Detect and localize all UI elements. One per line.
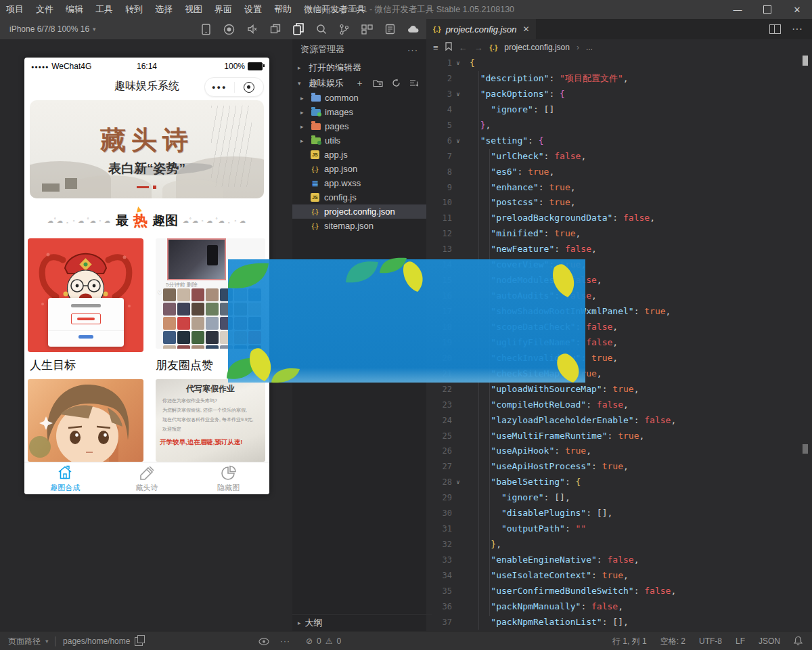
open-editors-section[interactable]: ▸ 打开的编辑器 xyxy=(292,60,426,75)
code-line-5[interactable]: 5 }, xyxy=(426,118,812,133)
menu-item-2[interactable]: 编辑 xyxy=(60,4,89,14)
code-line-30[interactable]: 30 "disablePlugins": [], xyxy=(426,506,812,521)
code-line-9[interactable]: 9 "enhance": true, xyxy=(426,180,812,196)
code-line-33[interactable]: 33 "enableEngineNative": false, xyxy=(426,552,812,568)
dialog-link[interactable] xyxy=(78,335,93,339)
fold-chevron-icon[interactable]: ∨ xyxy=(452,87,464,102)
card-anime[interactable] xyxy=(28,379,143,462)
file-panel-icon[interactable] xyxy=(384,24,396,35)
new-folder-icon[interactable] xyxy=(373,77,383,89)
menu-item-6[interactable]: 视图 xyxy=(179,4,208,14)
code-line-6[interactable]: 6∨ "setting": { xyxy=(426,133,812,149)
code-line-32[interactable]: 32 }, xyxy=(426,537,812,552)
fold-chevron-icon[interactable]: ∨ xyxy=(452,133,464,149)
bookmark-icon[interactable] xyxy=(445,42,452,53)
menu-item-3[interactable]: 工具 xyxy=(89,4,119,14)
cloud-icon[interactable] xyxy=(407,24,419,35)
code-line-29[interactable]: 29 "ignore": [], xyxy=(426,490,812,506)
file-item-app.json[interactable]: {.}app.json xyxy=(292,162,426,176)
line-col-indicator[interactable]: 行 1, 列 1 xyxy=(612,636,647,647)
maximize-button[interactable] xyxy=(752,0,782,19)
code-line-24[interactable]: 24 "lazyloadPlaceholderEnable": false, xyxy=(426,413,812,429)
refresh-icon[interactable] xyxy=(392,77,401,89)
mute-icon[interactable] xyxy=(246,24,258,35)
card-life-goal[interactable] xyxy=(28,238,143,352)
code-line-2[interactable]: 2 "description": "项目配置文件", xyxy=(426,71,812,87)
code-line-11[interactable]: 11 "preloadBackgroundData": false, xyxy=(426,211,812,226)
code-line-35[interactable]: 35 "userConfirmedBundleSwitch": false, xyxy=(426,584,812,599)
code-line-28[interactable]: 28∨ "babelSetting": { xyxy=(426,475,812,490)
forward-icon[interactable]: → xyxy=(474,43,483,53)
copy-icon[interactable] xyxy=(135,637,143,646)
phone-tab-2[interactable]: 藏头诗 xyxy=(106,462,188,494)
menu-item-8[interactable]: 设置 xyxy=(238,4,268,14)
menu-item-7[interactable]: 界面 xyxy=(208,4,238,14)
close-miniapp-icon[interactable] xyxy=(235,82,264,93)
breadcrumb-file[interactable]: project.config.json xyxy=(504,43,570,52)
more-actions-icon[interactable]: ··· xyxy=(792,23,803,35)
code-line-13[interactable]: 13 "newFeature": false, xyxy=(426,242,812,257)
banner-cangtoushi[interactable]: 藏头诗 表白新“姿势” xyxy=(30,100,264,198)
problems-group[interactable]: ⊘ 0 ⚠ 0 xyxy=(306,636,341,646)
menu-item-0[interactable]: 项目 xyxy=(0,4,30,14)
tab-project-config-json[interactable]: {.} project.config.json ✕ xyxy=(426,19,536,39)
file-item-project.config.json[interactable]: {.}project.config.json xyxy=(292,204,426,219)
code-line-22[interactable]: 22 "uploadWithSourceMap": true, xyxy=(426,382,812,397)
menu-item-1[interactable]: 文件 xyxy=(30,4,60,14)
file-item-app.js[interactable]: JSapp.js xyxy=(292,148,426,162)
code-line-27[interactable]: 27 "useApiHostProcess": true, xyxy=(426,459,812,475)
dialog-button[interactable] xyxy=(71,313,101,324)
tab-close-icon[interactable]: ✕ xyxy=(522,24,529,34)
back-icon[interactable]: ← xyxy=(459,43,468,53)
spaces-indicator[interactable]: 空格: 2 xyxy=(660,636,685,647)
code-line-7[interactable]: 7 "urlCheck": false, xyxy=(426,149,812,165)
code-line-12[interactable]: 12 "minified": true, xyxy=(426,226,812,242)
page-path-value[interactable]: pages/home/home xyxy=(63,636,130,646)
device-selector[interactable]: iPhone 6/7/8 100% 16 ▾ xyxy=(9,24,96,34)
bell-icon[interactable] xyxy=(794,636,803,647)
close-button[interactable]: ✕ xyxy=(782,0,812,19)
code-line-36[interactable]: 36 "packNpmManually": false, xyxy=(426,599,812,615)
more-icon[interactable]: ··· xyxy=(280,636,290,646)
menu-item-4[interactable]: 转到 xyxy=(119,4,149,14)
record-icon[interactable] xyxy=(223,24,235,35)
code-line-34[interactable]: 34 "useIsolateContext": true, xyxy=(426,568,812,584)
fold-chevron-icon[interactable]: ∨ xyxy=(452,475,464,490)
language-indicator[interactable]: JSON xyxy=(759,636,780,646)
phone-tab-3[interactable]: 隐藏图 xyxy=(187,462,269,494)
card-homework-flyer[interactable]: 代写寒假作业 你还在为寒假作业头疼吗?为您解决寒假烦恼, 还你一个快乐的寒假,现… xyxy=(156,379,265,462)
code-line-23[interactable]: 23 "compileHotReLoad": false, xyxy=(426,397,812,413)
code-line-8[interactable]: 8 "es6": true, xyxy=(426,165,812,180)
split-editor-icon[interactable] xyxy=(769,24,781,34)
windows-icon[interactable] xyxy=(269,24,281,35)
git-branch-icon[interactable] xyxy=(338,24,350,35)
minimize-button[interactable]: — xyxy=(723,0,752,19)
menu-item-9[interactable]: 帮助 xyxy=(268,4,298,14)
file-item-app.wxss[interactable]: ≣app.wxss xyxy=(292,176,426,190)
project-section[interactable]: ▾ 趣味娱乐 ＋ xyxy=(292,75,426,91)
scrollbar-thumb[interactable] xyxy=(803,56,808,66)
file-item-pages[interactable]: ▸pages xyxy=(292,119,426,133)
file-item-utils[interactable]: ▸utils xyxy=(292,133,426,148)
phone-preview-icon[interactable] xyxy=(200,24,212,35)
file-item-sitemap.json[interactable]: {.}sitemap.json xyxy=(292,219,426,233)
more-menu-icon[interactable]: ●●● xyxy=(205,84,234,91)
phone-tab-1[interactable]: 趣图合成 xyxy=(24,462,106,494)
code-line-3[interactable]: 3∨ "packOptions": { xyxy=(426,87,812,102)
menu-item-5[interactable]: 选择 xyxy=(149,4,179,14)
explorer-more-icon[interactable]: ··· xyxy=(407,45,418,55)
encoding-indicator[interactable]: UTF-8 xyxy=(699,636,722,646)
code-line-25[interactable]: 25 "useMultiFrameRuntime": true, xyxy=(426,429,812,444)
breadcrumb-more[interactable]: ... xyxy=(586,43,593,52)
search-icon[interactable] xyxy=(315,24,327,35)
preview-eye-icon[interactable] xyxy=(258,638,269,645)
splash-ad-overlay[interactable] xyxy=(228,259,585,383)
collapse-all-icon[interactable] xyxy=(409,77,418,89)
new-file-icon[interactable]: ＋ xyxy=(355,77,364,89)
fold-chevron-icon[interactable]: ∨ xyxy=(452,56,464,71)
outline-section[interactable]: ▸ 大纲 xyxy=(292,614,432,631)
file-item-images[interactable]: ▸images xyxy=(292,105,426,119)
code-line-26[interactable]: 26 "useApiHook": true, xyxy=(426,443,812,459)
page-path-label[interactable]: 页面路径 xyxy=(8,636,41,647)
eol-indicator[interactable]: LF xyxy=(736,636,745,646)
